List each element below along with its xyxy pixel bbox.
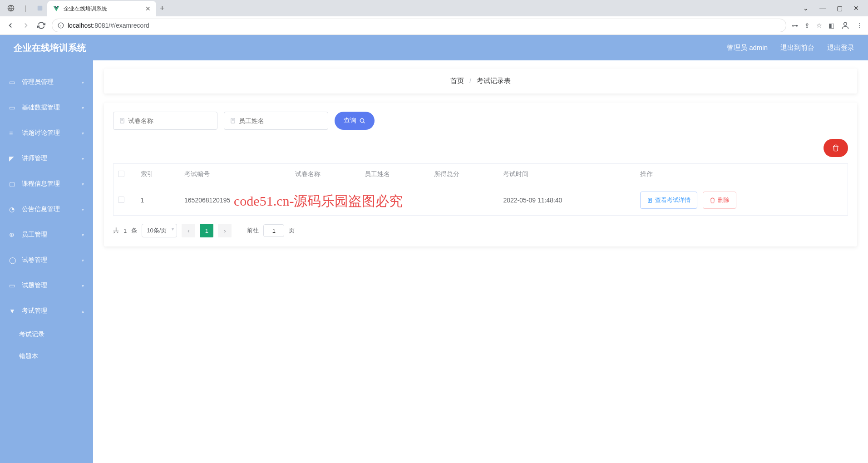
square-icon: ▢ xyxy=(9,180,17,187)
th-ops: 操作 xyxy=(636,164,848,185)
profile-icon[interactable] xyxy=(841,21,850,30)
chevron-down-icon: ▾ xyxy=(82,207,84,212)
maximize-icon[interactable]: ▢ xyxy=(837,5,843,12)
doc-icon: ▭ xyxy=(9,282,17,289)
trash-icon xyxy=(710,197,715,203)
table-row: 1 1652068120195 2022-05-09 11:48:40 查看考试 xyxy=(113,185,848,216)
breadcrumb-home[interactable]: 首页 xyxy=(450,77,464,84)
sidebar-item-notice[interactable]: ◔ 公告信息管理 ▾ xyxy=(0,197,93,222)
page-number-button[interactable]: 1 xyxy=(200,224,213,237)
page-icon[interactable] xyxy=(35,4,44,13)
minimize-icon[interactable]: — xyxy=(819,5,826,12)
sidebar-subitem-label: 错题本 xyxy=(19,352,38,360)
sidebar-item-employee[interactable]: ⊕ 员工管理 ▾ xyxy=(0,222,93,247)
exam-record-table: 索引 考试编号 试卷名称 员工姓名 所得总分 考试时间 操作 1 1652068… xyxy=(113,163,848,216)
sidebar-subitem-wrongbook[interactable]: 错题本 xyxy=(0,345,93,367)
back-button[interactable] xyxy=(5,20,15,30)
menu-icon[interactable]: ⋮ xyxy=(856,22,863,29)
cell-employee xyxy=(360,185,429,216)
sidebar-item-basicdata[interactable]: ▭ 基础数据管理 ▾ xyxy=(0,95,93,120)
view-detail-button[interactable]: 查看考试详情 xyxy=(640,192,697,209)
send-icon: ◤ xyxy=(9,155,17,162)
svg-rect-1 xyxy=(38,6,43,11)
search-icon xyxy=(359,118,365,124)
table-header-row: 索引 考试编号 试卷名称 员工姓名 所得总分 考试时间 操作 xyxy=(113,164,848,185)
url-input[interactable]: localhost:8081/#/examrecord xyxy=(52,19,786,32)
employee-name-input[interactable] xyxy=(239,117,322,124)
goto-suffix: 页 xyxy=(289,227,295,235)
main-content: 首页 / 考试记录表 查询 xyxy=(93,60,868,463)
chevron-down-icon: ▾ xyxy=(82,283,84,288)
tag-icon: ▼ xyxy=(9,307,17,315)
sidebar-subitem-examrecord[interactable]: 考试记录 xyxy=(0,324,93,345)
search-button[interactable]: 查询 xyxy=(335,112,375,130)
action-row xyxy=(113,139,848,157)
chevron-down-icon: ▾ xyxy=(82,80,84,85)
page-size-select[interactable]: 10条/页 xyxy=(142,224,177,237)
chevron-down-icon: ▾ xyxy=(82,258,84,263)
share-icon[interactable]: ⇪ xyxy=(804,22,810,29)
cell-time: 2022-05-09 11:48:40 xyxy=(498,185,636,216)
sidebar-item-label: 试题管理 xyxy=(22,281,47,290)
user-cog-icon: ▭ xyxy=(9,79,17,86)
sidebar-item-teacher[interactable]: ◤ 讲师管理 ▾ xyxy=(0,146,93,171)
app-header: 企业在线培训系统 管理员 admin 退出到前台 退出登录 xyxy=(0,35,868,60)
sidebar-item-label: 管理员管理 xyxy=(22,78,54,86)
employee-name-input-wrap xyxy=(224,112,328,130)
th-employee: 员工姓名 xyxy=(360,164,429,185)
goto-page-input[interactable] xyxy=(263,224,284,237)
sidebar-item-label: 公告信息管理 xyxy=(22,205,60,213)
divider-icon: | xyxy=(21,4,30,13)
address-bar: localhost:8081/#/examrecord ⊶ ⇪ ☆ ◧ ⋮ xyxy=(0,16,868,34)
info-icon xyxy=(58,22,64,29)
url-host: localhost xyxy=(68,22,93,29)
close-window-icon[interactable]: ✕ xyxy=(853,5,859,12)
select-all-checkbox[interactable] xyxy=(118,171,124,177)
reload-button[interactable] xyxy=(36,20,46,30)
prev-page-button[interactable]: ‹ xyxy=(182,224,195,237)
search-button-label: 查询 xyxy=(344,117,356,125)
browser-tab[interactable]: 企业在线培训系统 ✕ xyxy=(47,1,156,16)
sidebar-item-course[interactable]: ▢ 课程信息管理 ▾ xyxy=(0,171,93,197)
key-icon[interactable]: ⊶ xyxy=(792,22,798,29)
sidebar-item-label: 考试管理 xyxy=(22,307,47,315)
sidebar-item-paper[interactable]: ◯ 试卷管理 ▾ xyxy=(0,247,93,273)
tab-close-icon[interactable]: ✕ xyxy=(145,5,151,12)
goto-front-link[interactable]: 退出到前台 xyxy=(780,44,814,52)
bell-icon: ◔ xyxy=(9,206,17,213)
sidebar-item-discussion[interactable]: ≡ 话题讨论管理 ▾ xyxy=(0,120,93,146)
next-page-button[interactable]: › xyxy=(218,224,232,237)
sidebar-item-exam[interactable]: ▼ 考试管理 ▴ xyxy=(0,298,93,324)
detail-icon xyxy=(647,197,653,203)
chevron-up-icon: ▴ xyxy=(82,309,84,314)
paper-name-input[interactable] xyxy=(128,117,212,124)
sidebar-subitem-label: 考试记录 xyxy=(19,330,44,339)
url-path: /#/examrecord xyxy=(108,22,149,29)
browser-chrome: | 企业在线培训系统 ✕ + ⌄ — ▢ ✕ xyxy=(0,0,868,35)
vue-favicon-icon xyxy=(53,5,60,12)
content-card: 查询 索引 考试编号 xyxy=(104,103,857,246)
sidebar-item-label: 试卷管理 xyxy=(22,256,47,264)
user-label[interactable]: 管理员 admin xyxy=(727,44,768,52)
target-icon: ⊕ xyxy=(9,231,17,238)
trash-icon xyxy=(832,144,839,152)
sidebar-item-admin[interactable]: ▭ 管理员管理 ▾ xyxy=(0,69,93,95)
chevron-down-icon[interactable]: ⌄ xyxy=(803,5,809,12)
svg-line-13 xyxy=(364,122,365,123)
new-tab-button[interactable]: + xyxy=(160,4,165,13)
total-prefix: 共 xyxy=(113,227,119,235)
sidebar-item-label: 话题讨论管理 xyxy=(22,129,60,137)
row-checkbox[interactable] xyxy=(118,197,124,203)
chevron-down-icon: ▾ xyxy=(82,182,84,187)
delete-row-button[interactable]: 删除 xyxy=(703,192,736,209)
logout-link[interactable]: 退出登录 xyxy=(827,44,854,52)
star-icon[interactable]: ☆ xyxy=(816,22,822,29)
sidebar-item-question[interactable]: ▭ 试题管理 ▾ xyxy=(0,273,93,298)
extension-icon[interactable]: ◧ xyxy=(829,22,834,29)
batch-delete-button[interactable] xyxy=(824,139,848,157)
search-row: 查询 xyxy=(113,112,848,130)
total-count: 1 xyxy=(123,227,127,234)
cell-score xyxy=(429,185,499,216)
forward-button[interactable] xyxy=(21,20,31,30)
th-time: 考试时间 xyxy=(498,164,636,185)
